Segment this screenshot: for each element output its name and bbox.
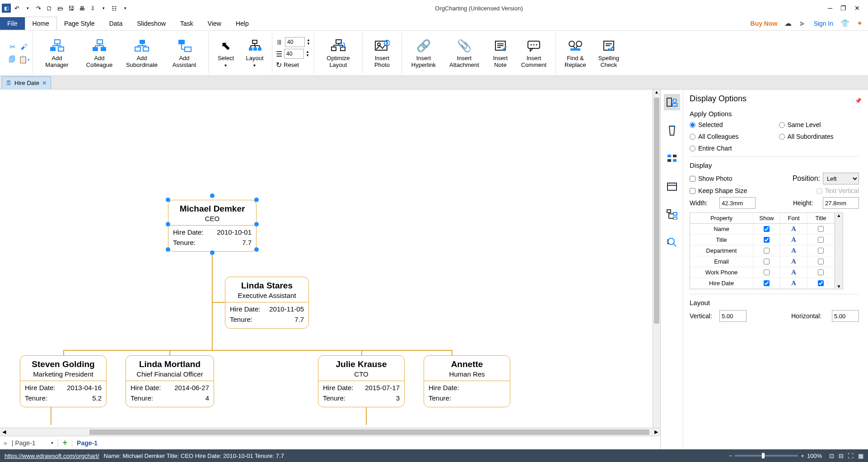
title-checkbox[interactable] [818, 226, 824, 232]
vertical-input[interactable] [719, 310, 747, 322]
add-colleague-button[interactable]: AddColleague [79, 38, 120, 68]
undo-icon[interactable]: ↶ [12, 3, 22, 13]
insert-comment-button[interactable]: InsertComment [516, 38, 552, 68]
menu-task[interactable]: Task [173, 17, 201, 30]
canvas[interactable]: Michael DemkerCEO Hire Date:2010-10-01 T… [0, 90, 653, 428]
fit-width-icon[interactable]: ⊟ [839, 453, 844, 459]
org-node-c2[interactable]: Linda MortlandChief Financial Officer Hi… [126, 355, 214, 407]
spacing-h-input[interactable] [285, 37, 305, 47]
radio-selected[interactable]: Selected [690, 121, 770, 128]
paste-icon[interactable]: 📋▾ [19, 55, 29, 65]
title-checkbox[interactable] [818, 280, 824, 286]
buy-now-link[interactable]: Buy Now [751, 20, 778, 27]
spin2-down[interactable]: ▼ [306, 54, 309, 57]
panetab-hierarchy-icon[interactable] [664, 206, 680, 222]
menu-data[interactable]: Data [102, 17, 130, 30]
insert-note-button[interactable]: InsertNote [487, 38, 514, 68]
export-icon[interactable]: ⇩ [88, 3, 98, 13]
layout-button[interactable]: Layout▾ [241, 38, 268, 68]
cut-icon[interactable]: ✂ [7, 42, 17, 52]
show-checkbox[interactable] [764, 259, 770, 264]
tshirt-icon[interactable]: 👕 [840, 19, 849, 28]
radio-all-colleagues[interactable]: All Colleagues [690, 133, 770, 140]
hscroll-right[interactable]: ▶ [652, 428, 660, 436]
optimize-layout-button[interactable]: OptimizeLayout [318, 38, 359, 68]
options-icon[interactable]: ☷ [109, 3, 119, 13]
close-button[interactable]: ✕ [854, 5, 860, 12]
radio-all-subordinates[interactable]: All Subordinates [779, 133, 859, 140]
select-button[interactable]: ⬉Select▾ [212, 38, 239, 68]
maximize-button[interactable]: ❐ [840, 5, 846, 12]
page-menu-icon[interactable]: » [4, 439, 7, 447]
puzzle-icon[interactable]: ✦ [857, 19, 863, 28]
show-checkbox[interactable] [764, 226, 770, 232]
add-subordinate-button[interactable]: AddSubordinate [121, 38, 162, 68]
page-select[interactable]: |Page-1▾ [12, 439, 53, 447]
spelling-check-button[interactable]: SpellingCheck [593, 38, 625, 68]
options-dropdown[interactable]: ▾ [120, 3, 130, 13]
position-select[interactable]: Left [823, 173, 859, 184]
panetab-calendar-icon[interactable] [664, 178, 680, 194]
grid-icon[interactable]: ▦ [858, 453, 863, 459]
menu-slideshow[interactable]: Slideshow [130, 17, 173, 30]
panetab-data-icon[interactable] [664, 150, 680, 166]
font-button[interactable]: A [791, 225, 796, 233]
hscroll-left[interactable]: ◀ [0, 428, 8, 436]
document-tab[interactable]: 🗓 Hire Date ✕ [2, 76, 51, 89]
close-doc-icon[interactable]: ✕ [42, 80, 47, 86]
open-icon[interactable]: 🗁 [55, 3, 65, 13]
font-button[interactable]: A [791, 258, 796, 265]
copy-icon[interactable]: 🗐 [7, 55, 17, 65]
org-node-c3[interactable]: Julie KrauseCTO Hire Date:2015-07-17 Ten… [318, 355, 405, 407]
horizontal-input[interactable] [832, 310, 859, 322]
chk-keep-shape[interactable]: Keep Shape Size [690, 187, 747, 194]
menu-home[interactable]: Home [25, 17, 57, 30]
font-button[interactable]: A [791, 279, 796, 287]
print-icon[interactable]: 🖶 [77, 3, 87, 13]
panetab-theme-icon[interactable] [664, 122, 680, 138]
org-node-assistant[interactable]: Linda StaresExecutive Assistant Hire Dat… [225, 277, 309, 329]
title-checkbox[interactable] [818, 259, 824, 264]
vertical-scrollbar[interactable]: ▲ [653, 90, 660, 428]
format-painter-icon[interactable]: 🖌 [19, 42, 29, 52]
export-dropdown[interactable]: ▾ [98, 3, 108, 13]
width-input[interactable] [719, 197, 756, 209]
cloud-icon[interactable]: ☁ [784, 19, 792, 28]
radio-entire-chart[interactable]: Entire Chart [690, 145, 770, 152]
panetab-search-icon[interactable] [664, 234, 680, 250]
insert-photo-button[interactable]: InsertPhoto [366, 38, 398, 68]
new-icon[interactable]: 🗋 [44, 3, 54, 13]
menu-help[interactable]: Help [229, 17, 256, 30]
title-checkbox[interactable] [818, 269, 824, 275]
insert-hyperlink-button[interactable]: 🔗InsertHyperlink [406, 38, 442, 68]
height-input[interactable] [823, 197, 859, 209]
menu-file[interactable]: File [0, 17, 25, 30]
table-scrollbar[interactable]: ▲▼ [835, 212, 843, 289]
horizontal-scrollbar[interactable] [8, 428, 652, 436]
add-manager-button[interactable]: AddManager [37, 38, 77, 68]
share-icon[interactable]: ⪢ [799, 19, 806, 28]
pin-icon[interactable]: 📌 [855, 98, 862, 104]
redo-icon[interactable]: ↷ [33, 3, 43, 13]
undo-dropdown[interactable]: ▾ [23, 3, 33, 13]
find-replace-button[interactable]: Find &Replace [560, 38, 591, 68]
menu-page-style[interactable]: Page Style [57, 17, 102, 30]
panetab-display-icon[interactable] [664, 94, 680, 110]
show-checkbox[interactable] [764, 269, 770, 275]
add-assistant-button[interactable]: AddAssistant [164, 38, 205, 68]
show-checkbox[interactable] [764, 280, 770, 286]
zoom-slider[interactable] [735, 455, 798, 457]
sign-in-link[interactable]: Sign In [813, 20, 833, 27]
org-node-root[interactable]: Michael DemkerCEO Hire Date:2010-10-01 T… [168, 200, 257, 252]
status-url[interactable]: https://www.edrawsoft.com/orgchart/ [5, 453, 99, 459]
minimize-button[interactable]: ─ [828, 5, 832, 12]
save-icon[interactable]: 🖫 [66, 3, 76, 13]
zoom-out-button[interactable]: − [729, 453, 733, 459]
chk-show-photo[interactable]: Show Photo [690, 175, 733, 182]
fullscreen-icon[interactable]: ⛶ [848, 453, 854, 459]
add-page-button[interactable]: + [63, 438, 68, 448]
fit-page-icon[interactable]: ⊡ [829, 453, 834, 459]
org-node-c1[interactable]: Steven GoldingMarketing President Hire D… [20, 355, 107, 407]
insert-attachment-button[interactable]: 📎InsertAttachment [443, 38, 485, 68]
font-button[interactable]: A [791, 247, 796, 255]
